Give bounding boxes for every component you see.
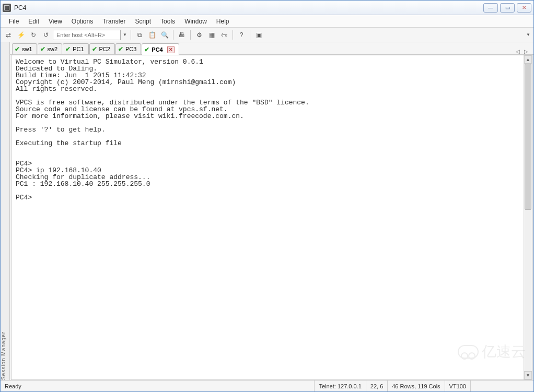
app-window: PC4 — ▭ ✕ File Edit View Options Transfe…	[0, 0, 534, 392]
check-icon: ✔	[15, 45, 20, 53]
tab-sw2[interactable]: ✔sw2	[38, 43, 63, 54]
help-icon[interactable]: ?	[236, 29, 247, 41]
toolbar: ⇄ ⚡ ↻ ↺ ▼ ⧉ 📋 🔍 🖶 ⚙ ▦ 🗝 ? ▣ ▼	[1, 28, 533, 42]
quick-connect-icon[interactable]: ⚡	[15, 29, 27, 41]
separator	[131, 30, 131, 40]
scrollbar[interactable]: ▲ ▼	[524, 55, 532, 379]
separator	[233, 30, 233, 40]
connect-icon[interactable]: ⇄	[3, 29, 14, 41]
status-dimensions: 46 Rows, 119 Cols	[388, 381, 445, 391]
minimize-button[interactable]: —	[483, 3, 498, 13]
tabstrip: ✔sw1 ✔sw2 ✔PC1 ✔PC2 ✔PC3 ✔PC4✕ ◁ ▷	[10, 42, 533, 55]
settings-icon[interactable]: ⚙	[193, 29, 205, 41]
disconnect-icon[interactable]: ↺	[40, 29, 52, 41]
tab-pc3[interactable]: ✔PC3	[115, 43, 141, 54]
tab-pc2[interactable]: ✔PC2	[89, 43, 115, 54]
scroll-up-icon[interactable]: ▲	[524, 55, 532, 64]
scroll-down-icon[interactable]: ▼	[524, 371, 532, 379]
menu-transfer[interactable]: Transfer	[98, 17, 130, 26]
menu-tools[interactable]: Tools	[156, 17, 179, 26]
host-input[interactable]	[53, 30, 121, 40]
menu-edit[interactable]: Edit	[24, 17, 43, 26]
host-dropdown-icon[interactable]: ▼	[122, 29, 128, 41]
main-column: ✔sw1 ✔sw2 ✔PC1 ✔PC2 ✔PC3 ✔PC4✕ ◁ ▷ Welco…	[10, 42, 533, 380]
titlebar: PC4 — ▭ ✕	[1, 1, 533, 15]
menu-script[interactable]: Script	[131, 17, 155, 26]
session-manager-tab[interactable]: Session Manager	[1, 42, 10, 380]
status-blank	[471, 381, 533, 391]
tab-nav: ◁ ▷	[516, 49, 531, 54]
window-title: PC4	[14, 4, 483, 11]
status-connection: Telnet: 127.0.0.1	[315, 381, 366, 391]
check-icon: ✔	[65, 45, 71, 53]
status-ready: Ready	[1, 381, 315, 391]
tab-prev-icon[interactable]: ◁	[516, 49, 520, 54]
separator	[173, 30, 173, 40]
close-button[interactable]: ✕	[517, 3, 531, 13]
find-icon[interactable]: 🔍	[159, 29, 170, 41]
terminal-output[interactable]: Welcome to Virtual PC Simulator, version…	[11, 55, 524, 379]
print-icon[interactable]: 🖶	[176, 29, 188, 41]
terminal-container: Welcome to Virtual PC Simulator, version…	[11, 55, 532, 380]
separator	[250, 30, 250, 40]
status-cursor-pos: 22, 6	[366, 381, 388, 391]
key-icon[interactable]: 🗝	[218, 29, 230, 41]
app-icon	[3, 4, 11, 12]
session-options-icon[interactable]: ▦	[206, 29, 217, 41]
status-emulation: VT100	[445, 381, 471, 391]
statusbar: Ready Telnet: 127.0.0.1 22, 6 46 Rows, 1…	[1, 380, 533, 391]
tab-pc1[interactable]: ✔PC1	[63, 43, 88, 54]
separator	[190, 30, 191, 40]
tab-close-icon[interactable]: ✕	[167, 46, 175, 53]
tab-pc4[interactable]: ✔PC4✕	[142, 43, 179, 55]
paste-icon[interactable]: 📋	[146, 29, 158, 41]
check-icon: ✔	[118, 45, 123, 53]
menu-view[interactable]: View	[44, 17, 66, 26]
menubar: File Edit View Options Transfer Script T…	[1, 15, 533, 28]
menu-help[interactable]: Help	[212, 17, 234, 26]
workspace: Session Manager ✔sw1 ✔sw2 ✔PC1 ✔PC2 ✔PC3…	[1, 42, 533, 380]
tab-next-icon[interactable]: ▷	[524, 49, 528, 54]
toggle-icon[interactable]: ▣	[253, 29, 264, 41]
menu-options[interactable]: Options	[67, 17, 97, 26]
copy-icon[interactable]: ⧉	[134, 29, 145, 41]
maximize-button[interactable]: ▭	[500, 3, 515, 13]
toolbar-overflow-icon[interactable]: ▼	[525, 29, 531, 41]
scroll-thumb[interactable]	[525, 64, 531, 210]
menu-window[interactable]: Window	[180, 17, 211, 26]
check-icon: ✔	[92, 45, 97, 53]
check-icon: ✔	[40, 45, 45, 53]
check-icon: ✔	[144, 46, 149, 53]
window-controls: — ▭ ✕	[483, 3, 531, 13]
menu-file[interactable]: File	[5, 17, 23, 26]
tab-sw1[interactable]: ✔sw1	[12, 43, 37, 54]
reconnect-icon[interactable]: ↻	[28, 29, 39, 41]
